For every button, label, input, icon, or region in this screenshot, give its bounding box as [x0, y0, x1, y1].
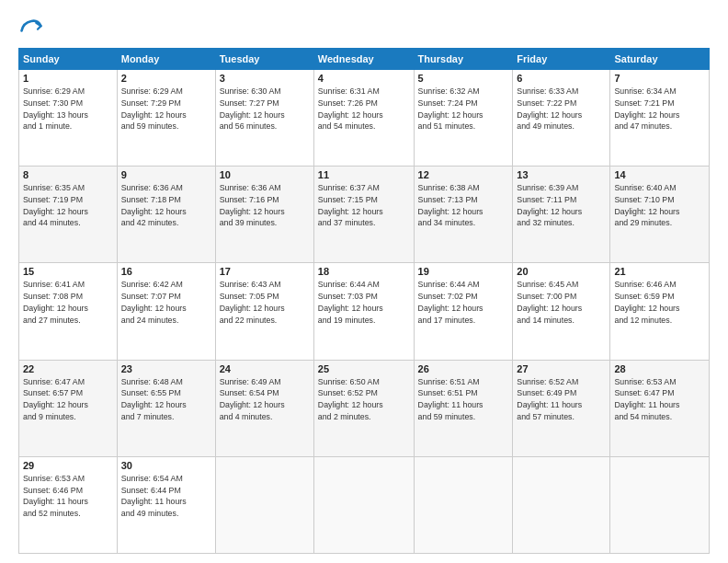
calendar-cell	[414, 456, 513, 553]
calendar-cell	[610, 456, 710, 553]
day-number: 28	[614, 363, 705, 374]
day-number: 8	[23, 169, 113, 180]
day-info: Sunrise: 6:40 AMSunset: 7:10 PMDaylight:…	[614, 182, 705, 229]
day-number: 12	[418, 169, 509, 180]
calendar-cell: 4 Sunrise: 6:31 AMSunset: 7:26 PMDayligh…	[313, 70, 414, 167]
calendar-cell: 10 Sunrise: 6:36 AMSunset: 7:16 PMDaylig…	[215, 167, 313, 263]
day-number: 7	[614, 73, 705, 84]
calendar-cell: 21 Sunrise: 6:46 AMSunset: 6:59 PMDaylig…	[610, 263, 710, 360]
day-info: Sunrise: 6:34 AMSunset: 7:21 PMDaylight:…	[614, 86, 705, 132]
day-number: 3	[220, 73, 310, 84]
calendar-body: 1 Sunrise: 6:29 AMSunset: 7:30 PMDayligh…	[19, 70, 710, 554]
weekday-thursday: Thursday	[414, 49, 513, 70]
calendar-cell: 30 Sunrise: 6:54 AMSunset: 6:44 PMDaylig…	[117, 456, 215, 553]
calendar-cell: 13 Sunrise: 6:39 AMSunset: 7:11 PMDaylig…	[513, 167, 610, 263]
day-info: Sunrise: 6:53 AMSunset: 6:47 PMDaylight:…	[614, 376, 705, 423]
day-number: 30	[121, 460, 211, 471]
day-info: Sunrise: 6:45 AMSunset: 7:00 PMDaylight:…	[517, 279, 606, 326]
day-number: 6	[517, 73, 606, 84]
weekday-monday: Monday	[117, 49, 215, 70]
weekday-header-row: SundayMondayTuesdayWednesdayThursdayFrid…	[19, 49, 710, 70]
day-number: 14	[614, 169, 705, 180]
calendar-cell: 24 Sunrise: 6:49 AMSunset: 6:54 PMDaylig…	[215, 360, 313, 456]
calendar-cell: 9 Sunrise: 6:36 AMSunset: 7:18 PMDayligh…	[117, 167, 215, 263]
weekday-sunday: Sunday	[19, 49, 118, 70]
day-info: Sunrise: 6:30 AMSunset: 7:27 PMDaylight:…	[220, 86, 310, 132]
calendar-week-1: 1 Sunrise: 6:29 AMSunset: 7:30 PMDayligh…	[19, 70, 710, 167]
calendar-cell: 8 Sunrise: 6:35 AMSunset: 7:19 PMDayligh…	[19, 167, 118, 263]
calendar-cell: 1 Sunrise: 6:29 AMSunset: 7:30 PMDayligh…	[19, 70, 118, 167]
day-info: Sunrise: 6:49 AMSunset: 6:54 PMDaylight:…	[220, 376, 310, 423]
calendar-cell: 12 Sunrise: 6:38 AMSunset: 7:13 PMDaylig…	[414, 167, 513, 263]
calendar-cell: 17 Sunrise: 6:43 AMSunset: 7:05 PMDaylig…	[215, 263, 313, 360]
day-number: 29	[23, 460, 113, 471]
day-info: Sunrise: 6:29 AMSunset: 7:29 PMDaylight:…	[121, 86, 211, 132]
day-number: 25	[318, 363, 410, 374]
day-info: Sunrise: 6:51 AMSunset: 6:51 PMDaylight:…	[418, 376, 509, 423]
day-info: Sunrise: 6:44 AMSunset: 7:02 PMDaylight:…	[418, 279, 509, 326]
calendar-cell: 29 Sunrise: 6:53 AMSunset: 6:46 PMDaylig…	[19, 456, 118, 553]
weekday-wednesday: Wednesday	[313, 49, 414, 70]
day-info: Sunrise: 6:29 AMSunset: 7:30 PMDaylight:…	[23, 86, 113, 132]
day-number: 17	[220, 266, 310, 277]
day-info: Sunrise: 6:53 AMSunset: 6:46 PMDaylight:…	[23, 473, 113, 520]
day-info: Sunrise: 6:32 AMSunset: 7:24 PMDaylight:…	[418, 86, 509, 132]
day-number: 1	[23, 73, 113, 84]
logo-icon	[18, 15, 44, 40]
day-number: 4	[318, 73, 410, 84]
weekday-friday: Friday	[513, 49, 610, 70]
calendar-cell: 5 Sunrise: 6:32 AMSunset: 7:24 PMDayligh…	[414, 70, 513, 167]
day-number: 23	[121, 363, 211, 374]
calendar-cell: 23 Sunrise: 6:48 AMSunset: 6:55 PMDaylig…	[117, 360, 215, 456]
calendar-week-2: 8 Sunrise: 6:35 AMSunset: 7:19 PMDayligh…	[19, 167, 710, 263]
calendar-cell: 26 Sunrise: 6:51 AMSunset: 6:51 PMDaylig…	[414, 360, 513, 456]
day-info: Sunrise: 6:47 AMSunset: 6:57 PMDaylight:…	[23, 376, 113, 423]
calendar-week-4: 22 Sunrise: 6:47 AMSunset: 6:57 PMDaylig…	[19, 360, 710, 456]
calendar-cell: 11 Sunrise: 6:37 AMSunset: 7:15 PMDaylig…	[313, 167, 414, 263]
day-number: 11	[318, 169, 410, 180]
day-number: 5	[418, 73, 509, 84]
calendar-cell	[215, 456, 313, 553]
calendar-cell: 20 Sunrise: 6:45 AMSunset: 7:00 PMDaylig…	[513, 263, 610, 360]
day-info: Sunrise: 6:42 AMSunset: 7:07 PMDaylight:…	[121, 279, 211, 326]
day-number: 16	[121, 266, 211, 277]
day-number: 15	[23, 266, 113, 277]
logo	[18, 15, 48, 40]
calendar-week-3: 15 Sunrise: 6:41 AMSunset: 7:08 PMDaylig…	[19, 263, 710, 360]
day-number: 26	[418, 363, 509, 374]
day-info: Sunrise: 6:31 AMSunset: 7:26 PMDaylight:…	[318, 86, 410, 132]
calendar-cell: 2 Sunrise: 6:29 AMSunset: 7:29 PMDayligh…	[117, 70, 215, 167]
calendar-cell	[513, 456, 610, 553]
day-info: Sunrise: 6:39 AMSunset: 7:11 PMDaylight:…	[517, 182, 606, 229]
day-number: 21	[614, 266, 705, 277]
day-number: 10	[220, 169, 310, 180]
day-number: 20	[517, 266, 606, 277]
calendar-cell: 3 Sunrise: 6:30 AMSunset: 7:27 PMDayligh…	[215, 70, 313, 167]
day-number: 19	[418, 266, 509, 277]
calendar-table: SundayMondayTuesdayWednesdayThursdayFrid…	[18, 48, 710, 554]
calendar-cell: 19 Sunrise: 6:44 AMSunset: 7:02 PMDaylig…	[414, 263, 513, 360]
day-number: 27	[517, 363, 606, 374]
calendar-cell: 22 Sunrise: 6:47 AMSunset: 6:57 PMDaylig…	[19, 360, 118, 456]
calendar-week-5: 29 Sunrise: 6:53 AMSunset: 6:46 PMDaylig…	[19, 456, 710, 553]
day-info: Sunrise: 6:50 AMSunset: 6:52 PMDaylight:…	[318, 376, 410, 423]
calendar-cell: 6 Sunrise: 6:33 AMSunset: 7:22 PMDayligh…	[513, 70, 610, 167]
calendar-cell: 18 Sunrise: 6:44 AMSunset: 7:03 PMDaylig…	[313, 263, 414, 360]
header	[18, 15, 710, 40]
day-number: 18	[318, 266, 410, 277]
day-info: Sunrise: 6:33 AMSunset: 7:22 PMDaylight:…	[517, 86, 606, 132]
day-info: Sunrise: 6:36 AMSunset: 7:18 PMDaylight:…	[121, 182, 211, 229]
calendar-cell: 25 Sunrise: 6:50 AMSunset: 6:52 PMDaylig…	[313, 360, 414, 456]
day-info: Sunrise: 6:54 AMSunset: 6:44 PMDaylight:…	[121, 473, 211, 520]
calendar-cell	[313, 456, 414, 553]
calendar-cell: 27 Sunrise: 6:52 AMSunset: 6:49 PMDaylig…	[513, 360, 610, 456]
weekday-saturday: Saturday	[610, 49, 710, 70]
day-number: 22	[23, 363, 113, 374]
day-number: 9	[121, 169, 211, 180]
day-info: Sunrise: 6:41 AMSunset: 7:08 PMDaylight:…	[23, 279, 113, 326]
day-number: 24	[220, 363, 310, 374]
weekday-tuesday: Tuesday	[215, 49, 313, 70]
day-number: 13	[517, 169, 606, 180]
calendar-cell: 7 Sunrise: 6:34 AMSunset: 7:21 PMDayligh…	[610, 70, 710, 167]
day-info: Sunrise: 6:37 AMSunset: 7:15 PMDaylight:…	[318, 182, 410, 229]
